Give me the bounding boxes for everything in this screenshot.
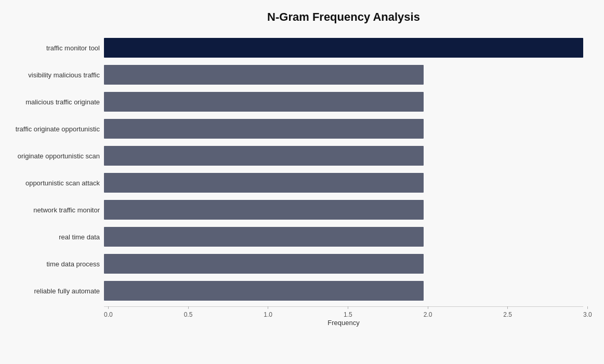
bar-track: [104, 281, 583, 301]
bar-row: reliable fully automate: [104, 277, 583, 304]
chart-area: traffic monitor toolvisibility malicious…: [104, 34, 583, 304]
bar-label: originate opportunistic scan: [6, 152, 100, 160]
bar-track: [104, 146, 583, 166]
x-tick-line: [188, 306, 189, 309]
x-tick: 0.0: [104, 306, 113, 318]
chart-container: N-Gram Frequency Analysis traffic monito…: [0, 0, 604, 364]
bar-fill: [104, 65, 424, 85]
bar-track: [104, 119, 583, 139]
x-tick-label: 3.0: [583, 311, 592, 318]
bar-track: [104, 254, 583, 274]
bar-row: traffic monitor tool: [104, 34, 583, 61]
x-tick-line: [348, 306, 348, 309]
x-tick: 2.5: [503, 306, 512, 318]
bar-fill: [104, 146, 424, 166]
x-tick-line: [507, 306, 508, 309]
x-axis-label: Frequency: [104, 319, 583, 327]
x-tick-label: 2.5: [503, 311, 512, 318]
x-tick-line: [587, 306, 588, 309]
bar-fill: [104, 92, 424, 112]
bar-track: [104, 200, 583, 220]
bar-track: [104, 38, 583, 58]
bar-track: [104, 173, 583, 193]
bar-label: traffic monitor tool: [6, 44, 100, 52]
bar-row: originate opportunistic scan: [104, 142, 583, 169]
bar-track: [104, 92, 583, 112]
bar-row: real time data: [104, 223, 583, 250]
x-tick-label: 1.0: [264, 311, 272, 318]
bar-label: traffic originate opportunistic: [6, 125, 100, 133]
bar-row: malicious traffic originate: [104, 88, 583, 115]
bar-label: real time data: [6, 233, 100, 241]
bar-track: [104, 227, 583, 247]
bar-fill: [104, 200, 424, 220]
bar-row: visibility malicious traffic: [104, 61, 583, 88]
x-tick: 2.0: [424, 306, 432, 318]
bar-row: network traffic monitor: [104, 196, 583, 223]
bar-fill: [104, 227, 424, 247]
chart-title: N-Gram Frequency Analysis: [104, 10, 583, 24]
x-tick-line: [428, 306, 428, 309]
bar-label: malicious traffic originate: [6, 98, 100, 106]
bar-fill: [104, 254, 424, 274]
x-tick: 1.0: [264, 306, 272, 318]
x-tick-line: [108, 306, 109, 309]
x-tick-label: 0.5: [184, 311, 193, 318]
bar-fill: [104, 119, 424, 139]
bar-row: time data process: [104, 250, 583, 277]
x-tick: 3.0: [583, 306, 592, 318]
bar-label: network traffic monitor: [6, 206, 100, 214]
x-axis: 0.00.51.01.52.02.53.0 Frequency: [104, 306, 583, 327]
x-tick-label: 0.0: [104, 311, 113, 318]
x-tick: 1.5: [344, 306, 352, 318]
bar-label: visibility malicious traffic: [6, 71, 100, 79]
bar-label: opportunistic scan attack: [6, 179, 100, 187]
x-tick-line: [268, 306, 268, 309]
bar-label: reliable fully automate: [6, 287, 100, 295]
bar-row: traffic originate opportunistic: [104, 115, 583, 142]
x-tick-label: 2.0: [424, 311, 432, 318]
bar-row: opportunistic scan attack: [104, 169, 583, 196]
bar-fill: [104, 38, 583, 58]
bar-fill: [104, 281, 424, 301]
x-tick-label: 1.5: [344, 311, 352, 318]
x-tick: 0.5: [184, 306, 193, 318]
bar-label: time data process: [6, 260, 100, 268]
bar-track: [104, 65, 583, 85]
bars-wrapper: traffic monitor toolvisibility malicious…: [10, 34, 583, 327]
bar-fill: [104, 173, 424, 193]
